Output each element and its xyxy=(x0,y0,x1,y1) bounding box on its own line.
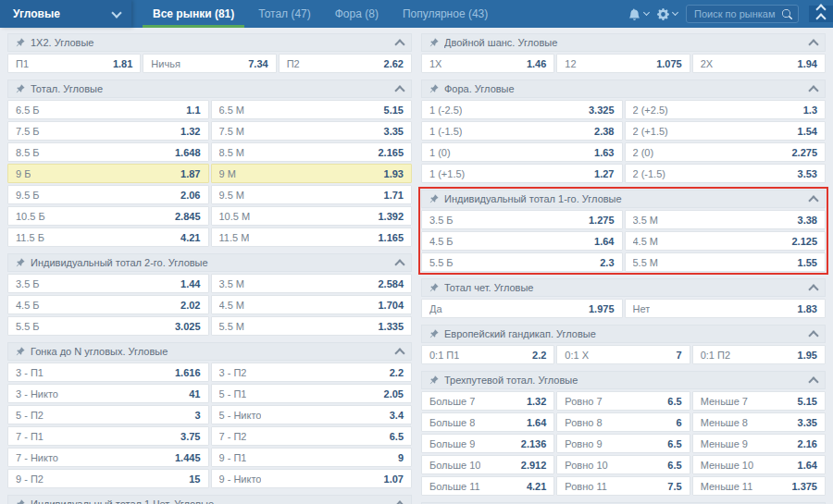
odd-cell[interactable]: 2 (+1.5)1.54 xyxy=(625,121,827,141)
pin-icon[interactable] xyxy=(429,194,439,203)
odd-cell[interactable]: 11.5 М1.165 xyxy=(211,227,413,247)
odd-cell[interactable]: Да1.975 xyxy=(421,299,623,318)
pin-icon[interactable] xyxy=(429,283,439,292)
odd-cell[interactable]: 3 - Никто41 xyxy=(7,384,209,403)
odd-cell[interactable]: 7 - П13.75 xyxy=(7,426,209,446)
odd-cell[interactable]: 7.5 Б1.32 xyxy=(7,121,209,141)
odd-cell[interactable]: 3 - П22.2 xyxy=(211,363,413,382)
odd-cell[interactable]: 5 - П23 xyxy=(7,405,209,424)
odd-cell[interactable]: Ничья7.34 xyxy=(143,54,276,73)
market-section-header[interactable]: 1X2. Угловые xyxy=(7,33,412,52)
odd-cell[interactable]: 5.5 М1.55 xyxy=(625,252,827,272)
odd-cell[interactable]: 5.5 Б3.025 xyxy=(7,316,209,336)
odd-cell[interactable]: Меньше 111.375 xyxy=(692,476,826,496)
chevron-up-icon[interactable] xyxy=(808,376,818,387)
odd-cell[interactable]: 3.5 Б1.275 xyxy=(421,210,623,229)
odd-cell[interactable]: 2 (+2.5)1.3 xyxy=(625,100,827,119)
odd-cell[interactable]: 8.5 М2.165 xyxy=(211,142,413,162)
market-section-header[interactable]: Европейский гандикап. Угловые xyxy=(421,325,826,343)
odd-cell[interactable]: 9 Б1.87 xyxy=(7,164,209,183)
market-section-header[interactable]: Фора. Угловые xyxy=(421,80,826,98)
odd-cell[interactable]: 4.5 Б1.64 xyxy=(421,231,623,251)
chevron-up-icon[interactable] xyxy=(394,39,404,49)
odd-cell[interactable]: 0:1 X7 xyxy=(556,345,690,364)
odd-cell[interactable]: 1 (+1.5)1.27 xyxy=(421,164,623,183)
odd-cell[interactable]: 3.5 Б1.44 xyxy=(7,274,209,293)
settings-button[interactable] xyxy=(657,8,678,20)
odd-cell[interactable]: Больше 81.64 xyxy=(421,412,554,432)
odd-cell[interactable]: 4.5 М2.125 xyxy=(625,231,827,251)
odd-cell[interactable]: 5 - П12.05 xyxy=(211,384,413,403)
pin-icon[interactable] xyxy=(16,84,25,93)
odd-cell[interactable]: Меньше 83.35 xyxy=(692,412,826,432)
odd-cell[interactable]: 2 (0)2.275 xyxy=(625,142,827,162)
chevron-up-icon[interactable] xyxy=(808,85,818,95)
pin-icon[interactable] xyxy=(429,375,439,385)
odd-cell[interactable]: 4.5 М1.704 xyxy=(211,295,413,314)
odd-cell[interactable]: 9.5 М1.71 xyxy=(211,185,413,204)
market-section-header[interactable]: Гонка до N угловых. Угловые xyxy=(7,342,412,361)
chevron-up-icon[interactable] xyxy=(808,39,818,49)
chevron-up-icon[interactable] xyxy=(394,348,404,358)
search-input[interactable] xyxy=(692,7,782,20)
market-section-header[interactable]: Тотал чет. Угловые xyxy=(421,278,826,297)
odd-cell[interactable]: Ровно 106.5 xyxy=(556,455,690,474)
odd-cell[interactable]: Ровно 96.5 xyxy=(556,434,690,453)
odd-cell[interactable]: 7 - Никто1.445 xyxy=(7,448,209,467)
odd-cell[interactable]: 2X1.94 xyxy=(692,54,826,73)
odd-cell[interactable]: Меньше 101.64 xyxy=(692,455,826,474)
odd-cell[interactable]: 4.5 Б2.02 xyxy=(7,295,209,314)
odd-cell[interactable]: 5.5 Б2.3 xyxy=(421,252,623,272)
odd-cell[interactable]: 7.5 М3.35 xyxy=(211,121,413,141)
pin-icon[interactable] xyxy=(16,499,25,504)
odd-cell[interactable]: Больше 102.912 xyxy=(421,455,554,474)
collapse-all-button[interactable] xyxy=(809,6,833,22)
pin-icon[interactable] xyxy=(429,84,439,93)
odd-cell[interactable]: Меньше 92.16 xyxy=(692,434,826,453)
odd-cell[interactable]: 3.5 М3.38 xyxy=(625,210,827,229)
market-section-header[interactable]: Индивидуальный тотал 1 Чет. Угловые xyxy=(7,495,412,504)
odd-cell[interactable]: Больше 92.136 xyxy=(421,434,554,453)
odd-cell[interactable]: 0:1 П21.95 xyxy=(692,345,826,364)
market-section-header[interactable]: Индивидуальный тотал 2-го. Угловые xyxy=(7,253,412,272)
odd-cell[interactable]: 10.5 М1.392 xyxy=(211,206,413,226)
odd-cell[interactable]: 0:1 П12.2 xyxy=(421,345,554,364)
chevron-up-icon[interactable] xyxy=(808,330,818,340)
market-section-header[interactable]: Трехпутевой тотал. Угловые xyxy=(421,371,826,389)
chevron-up-icon[interactable] xyxy=(394,500,404,504)
odd-cell[interactable]: Больше 114.21 xyxy=(421,476,554,496)
odd-cell[interactable]: 1 (0)1.63 xyxy=(421,142,623,162)
odd-cell[interactable]: 5 - Никто3.4 xyxy=(211,405,413,424)
tab-1[interactable]: Тотал (47) xyxy=(246,0,323,28)
odd-cell[interactable]: 1X1.46 xyxy=(421,54,554,73)
chevron-up-icon[interactable] xyxy=(394,259,404,269)
odd-cell[interactable]: 1 (-1.5)2.38 xyxy=(421,121,623,141)
odd-cell[interactable]: Больше 71.32 xyxy=(421,391,554,411)
odd-cell[interactable]: 1 (-2.5)3.325 xyxy=(421,100,623,119)
odd-cell[interactable]: Ровно 76.5 xyxy=(556,391,690,411)
notifications-button[interactable] xyxy=(628,8,649,20)
odd-cell[interactable]: 9 - П19 xyxy=(211,448,413,467)
odd-cell[interactable]: 3 - П11.616 xyxy=(7,363,209,382)
odd-cell[interactable]: Нет1.83 xyxy=(625,299,827,318)
odd-cell[interactable]: 10.5 Б2.845 xyxy=(7,206,209,226)
odd-cell[interactable]: Ровно 117.5 xyxy=(556,476,690,496)
odd-cell[interactable]: 9.5 Б2.06 xyxy=(7,185,209,204)
odd-cell[interactable]: 2 (-1.5)3.53 xyxy=(625,164,827,183)
odd-cell[interactable]: 5.5 М1.335 xyxy=(211,316,413,336)
tab-2[interactable]: Фора (8) xyxy=(323,0,391,28)
odd-cell[interactable]: 9 - П215 xyxy=(7,469,209,488)
odd-cell[interactable]: 3.5 М2.584 xyxy=(211,274,413,293)
odd-cell[interactable]: 7 - П26.5 xyxy=(211,426,413,446)
odd-cell[interactable]: Меньше 75.15 xyxy=(692,391,826,411)
odd-cell[interactable]: 8.5 Б1.648 xyxy=(7,142,209,162)
odd-cell[interactable]: 6.5 Б1.1 xyxy=(7,100,209,119)
tab-3[interactable]: Популярное (43) xyxy=(391,0,500,28)
odd-cell[interactable]: 9 - Никто1.07 xyxy=(211,469,413,488)
pin-icon[interactable] xyxy=(429,329,439,338)
chevron-up-icon[interactable] xyxy=(808,284,818,294)
odd-cell[interactable]: П22.62 xyxy=(279,54,412,73)
odd-cell[interactable]: П11.81 xyxy=(7,54,141,73)
chevron-up-icon[interactable] xyxy=(394,85,404,95)
chevron-up-icon[interactable] xyxy=(808,195,818,205)
